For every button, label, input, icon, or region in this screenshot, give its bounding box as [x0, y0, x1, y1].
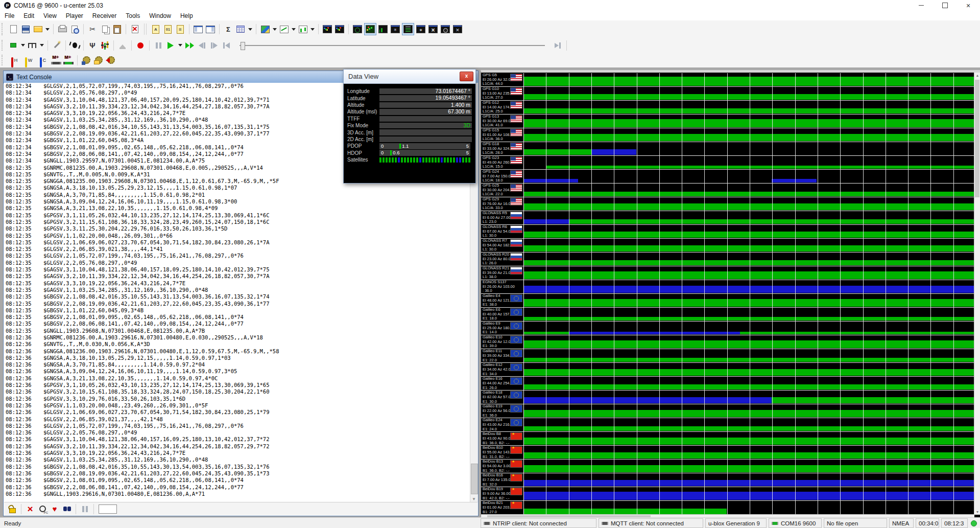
menu-file[interactable]: File — [0, 11, 19, 20]
revert-receiver-config-button[interactable] — [105, 55, 116, 66]
statistic-view-button[interactable] — [223, 24, 234, 35]
histogram-view-button[interactable] — [297, 24, 308, 35]
sky-view-2-button[interactable] — [415, 24, 426, 35]
playback-slider-thumb[interactable] — [241, 42, 245, 50]
close-button[interactable]: × — [957, 0, 980, 11]
new-binary-view-button[interactable] — [162, 24, 174, 35]
playback-slider[interactable] — [240, 41, 545, 50]
status-file[interactable]: No file open — [824, 518, 887, 528]
menu-view[interactable]: View — [39, 11, 61, 20]
docking-view-2-button[interactable] — [334, 24, 345, 35]
debug-messages-button[interactable] — [69, 40, 80, 51]
menu-receiver[interactable]: Receiver — [88, 11, 121, 20]
messages-view-button[interactable] — [193, 24, 204, 35]
menu-edit[interactable]: Edit — [19, 11, 39, 20]
signal-history-track — [523, 294, 974, 307]
step-back-button[interactable] — [196, 40, 207, 51]
clear-console-button[interactable] — [25, 503, 36, 515]
scroll-up-icon[interactable]: ▲ — [974, 73, 980, 78]
status-mqtt[interactable]: MQTT client: Not connected — [599, 518, 703, 528]
nmea-sentence: $GAGSV,3,3,10,19,22,056,36,24,43,216,24,… — [43, 110, 185, 117]
paste-button[interactable] — [111, 24, 123, 35]
menu-help[interactable]: Help — [176, 11, 198, 20]
antenna-settings-button[interactable] — [87, 40, 98, 51]
receiver-tuning-button[interactable] — [99, 40, 110, 51]
pause-button[interactable] — [153, 40, 164, 51]
table-view-dropdown[interactable] — [247, 24, 253, 35]
chart-view-dropdown[interactable] — [291, 24, 296, 35]
load-receiver-config-button[interactable] — [93, 55, 104, 66]
open-dropdown[interactable] — [44, 24, 50, 35]
chart-vertical-scrollbar[interactable]: ▲ ▼ — [974, 73, 980, 515]
maximize-button[interactable] — [933, 0, 957, 11]
connect-button[interactable] — [8, 40, 19, 51]
autoconnect-baudrate-button[interactable] — [63, 55, 74, 66]
open-button[interactable] — [32, 24, 43, 35]
clock-view-button[interactable] — [440, 24, 451, 35]
map-view-dropdown[interactable] — [272, 24, 277, 35]
chart-view-button[interactable] — [278, 24, 290, 35]
chart-vscroll-thumb[interactable] — [975, 80, 979, 197]
cold-start-button[interactable] — [36, 55, 50, 66]
watch-window-view-button[interactable] — [390, 24, 401, 35]
toolbar-grip[interactable] — [2, 23, 6, 35]
pause-console-button[interactable] — [79, 503, 90, 515]
autobauding-button[interactable] — [51, 40, 62, 51]
find-in-console-button[interactable] — [61, 503, 73, 515]
data-view-title-bar[interactable]: Data View x — [344, 70, 475, 84]
save-receiver-config-button[interactable] — [81, 55, 92, 66]
docking-view-1-button[interactable] — [322, 24, 333, 35]
deviation-map-view-button[interactable] — [364, 23, 376, 35]
map-view-button[interactable] — [259, 24, 271, 35]
histogram-view-dropdown[interactable] — [309, 24, 315, 35]
table-view-button[interactable] — [235, 24, 246, 35]
menu-player[interactable]: Player — [61, 11, 88, 20]
constellation-view-button[interactable] — [452, 24, 463, 35]
scroll-down-icon[interactable]: ▼ — [471, 497, 476, 502]
console-filter-input-button[interactable] — [99, 504, 117, 514]
fast-forward-button[interactable] — [184, 40, 195, 51]
save-button[interactable] — [20, 24, 31, 35]
step-forward-button[interactable] — [208, 40, 220, 51]
status-generation[interactable]: u-blox Generation 9 — [705, 518, 767, 528]
toolbar-grip[interactable] — [2, 55, 6, 65]
new-packet-view-button[interactable] — [150, 24, 161, 35]
menu-tools[interactable]: Tools — [121, 11, 145, 20]
new-text-view-button[interactable] — [175, 24, 186, 35]
text-console-view-button[interactable] — [402, 23, 414, 35]
autoconnect-receiver-button[interactable] — [51, 55, 62, 66]
scroll-down-icon[interactable]: ▼ — [974, 509, 980, 515]
eject-button[interactable] — [117, 40, 128, 51]
pc-time-tag-button[interactable] — [37, 503, 48, 515]
signal-chart-view-button[interactable] — [377, 24, 389, 35]
play-button[interactable] — [165, 40, 176, 51]
connect-dropdown[interactable] — [20, 40, 26, 51]
skip-to-end-button[interactable] — [552, 40, 563, 51]
play-dropdown[interactable] — [177, 40, 183, 51]
baudrate-button[interactable] — [27, 40, 38, 51]
configuration-view-button[interactable] — [205, 24, 216, 35]
warm-start-button[interactable] — [22, 55, 35, 66]
print-button[interactable] — [57, 24, 68, 35]
lock-console-button[interactable] — [7, 503, 18, 515]
new-file-button[interactable] — [8, 24, 19, 35]
copy-button[interactable] — [99, 24, 110, 35]
log-heartbeat-button[interactable] — [49, 503, 60, 515]
sky-view-button[interactable] — [352, 24, 363, 35]
console-scrollbar-thumb[interactable] — [471, 464, 478, 494]
print-preview-button[interactable] — [69, 24, 80, 35]
skip-to-start-button[interactable] — [221, 40, 232, 51]
minimize-button[interactable] — [910, 0, 933, 11]
baudrate-dropdown[interactable] — [39, 40, 44, 51]
cut-button[interactable] — [87, 24, 98, 35]
status-com-port[interactable]: COM16 9600 — [769, 518, 822, 528]
alert-view-button[interactable] — [427, 24, 439, 35]
hot-start-button[interactable] — [8, 55, 21, 66]
menu-window[interactable]: Window — [145, 11, 176, 20]
satellite-signal-rows[interactable]: GPS G5El 26.00 Az 32.0L1C/A: 44.0GPS G10… — [481, 73, 974, 515]
clear-view-button[interactable] — [129, 24, 140, 35]
data-view-close-button[interactable]: x — [460, 72, 473, 81]
toolbar-grip[interactable] — [2, 40, 6, 50]
record-button[interactable] — [135, 40, 146, 51]
status-ntrip[interactable]: NTRIP client: Not connected — [481, 518, 596, 528]
